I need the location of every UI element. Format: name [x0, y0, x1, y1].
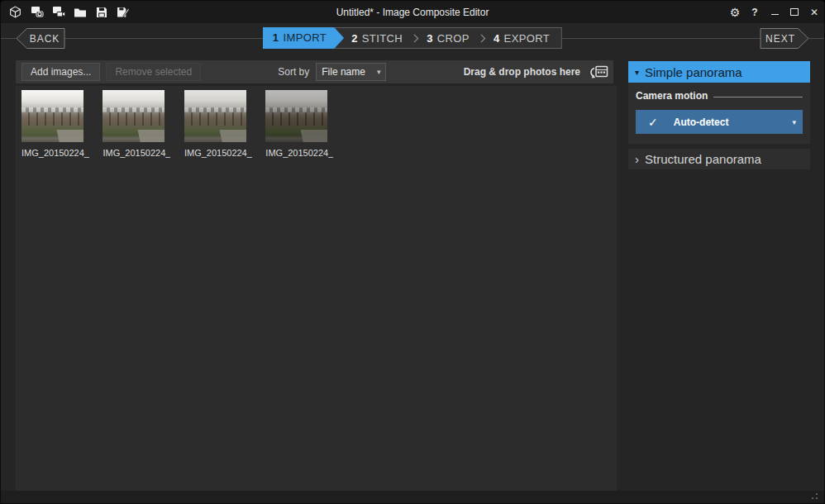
chevron-down-icon: ▾: [792, 118, 796, 126]
titlebar: Untitled* - Image Composite Editor ⚙ ? ✕: [1, 1, 824, 23]
photo-thumbnail-2[interactable]: IMG_20150224_1...: [103, 90, 170, 158]
help-icon[interactable]: ?: [745, 1, 765, 23]
titlebar-toolbar: [1, 5, 130, 19]
save-as-icon[interactable]: [116, 5, 130, 19]
chevron-right-icon: ›: [635, 152, 639, 166]
add-images-button[interactable]: Add images...: [21, 63, 100, 81]
image-gallery: IMG_20150224_1... IMG_20150224_1... IMG_…: [16, 86, 617, 491]
step-divider-icon: [477, 34, 485, 42]
step-2-stitch[interactable]: 2STITCH: [351, 32, 403, 45]
app-logo-icon: [8, 5, 22, 19]
wizard-navbar: BACK 1IMPORT 2STITCH 3CROP 4EXPORT: [1, 23, 824, 54]
thumbnail-filename: IMG_20150224_1...: [21, 148, 89, 158]
back-button[interactable]: BACK: [14, 27, 66, 50]
resize-grip[interactable]: [816, 497, 818, 499]
simple-panorama-title: Simple panorama: [645, 65, 742, 79]
camera-motion-rule: [713, 97, 803, 97]
window-controls: ⚙ ? ✕: [725, 1, 824, 23]
open-folder-icon[interactable]: [73, 5, 87, 19]
simple-panorama-header[interactable]: ▾ Simple panorama: [628, 61, 810, 83]
camera-motion-value: Auto-detect: [674, 116, 729, 128]
wizard-steps-upcoming: 2STITCH 3CROP 4EXPORT: [335, 27, 562, 49]
remove-selected-button[interactable]: Remove selected: [106, 63, 201, 81]
new-from-video-icon[interactable]: [51, 5, 65, 19]
chevron-down-icon: ▾: [377, 68, 381, 76]
sort-select-value: File name: [322, 66, 365, 78]
step-divider-icon: [411, 34, 419, 42]
camera-motion-dropdown[interactable]: ✓ Auto-detect ▾: [636, 110, 803, 134]
camera-motion-row: Camera motion: [636, 90, 803, 102]
next-button[interactable]: NEXT: [759, 27, 811, 50]
structured-panorama-title: Structured panorama: [645, 152, 761, 166]
panorama-options-panel: ▾ Simple panorama Camera motion ✓ Auto-d…: [628, 61, 810, 169]
drag-drop-label: Drag & drop photos here: [464, 66, 580, 78]
sort-by-label: Sort by: [278, 66, 309, 78]
thumbnail-filename: IMG_20150224_1...: [265, 148, 333, 158]
thumbnail-image: [184, 90, 246, 142]
photo-thumbnail-1[interactable]: IMG_20150224_1...: [21, 90, 89, 158]
thumbnail-image: [265, 90, 327, 142]
save-icon[interactable]: [94, 5, 108, 19]
thumbnail-filename: IMG_20150224_1...: [184, 148, 252, 158]
photo-thumbnail-3[interactable]: IMG_20150224_1...: [184, 90, 252, 158]
svg-text:BACK: BACK: [30, 33, 60, 45]
wizard-steps: 1IMPORT 2STITCH 3CROP 4EXPORT: [263, 27, 562, 49]
status-bar: [1, 491, 824, 503]
step-3-crop[interactable]: 3CROP: [427, 32, 470, 45]
photo-thumbnail-4[interactable]: IMG_20150224_1...: [265, 90, 333, 158]
simple-panorama-body: Camera motion ✓ Auto-detect ▾: [628, 83, 810, 144]
app-window: Untitled* - Image Composite Editor ⚙ ? ✕…: [0, 0, 825, 504]
step-4-export[interactable]: 4EXPORT: [494, 32, 550, 45]
settings-gear-icon[interactable]: ⚙: [725, 1, 745, 23]
structured-panorama-header[interactable]: › Structured panorama: [628, 149, 810, 169]
import-toolbar: Add images... Remove selected Sort by Fi…: [16, 60, 613, 83]
thumbnail-image: [21, 90, 83, 142]
sort-select[interactable]: File name ▾: [316, 63, 386, 81]
thumbnail-filename: IMG_20150224_1...: [103, 148, 170, 158]
chevron-down-icon: ▾: [635, 68, 639, 77]
drag-drop-icon: [586, 64, 608, 81]
camera-motion-label: Camera motion: [636, 90, 708, 102]
drag-drop-hint: Drag & drop photos here: [464, 64, 613, 81]
step-1-import[interactable]: 1IMPORT: [263, 27, 344, 49]
svg-text:NEXT: NEXT: [765, 33, 795, 45]
minimize-icon[interactable]: [765, 1, 784, 23]
check-icon: ✓: [648, 116, 658, 129]
thumbnail-image: [103, 90, 165, 142]
new-from-images-icon[interactable]: [30, 5, 44, 19]
maximize-icon[interactable]: [784, 1, 804, 23]
close-icon[interactable]: ✕: [804, 1, 824, 23]
